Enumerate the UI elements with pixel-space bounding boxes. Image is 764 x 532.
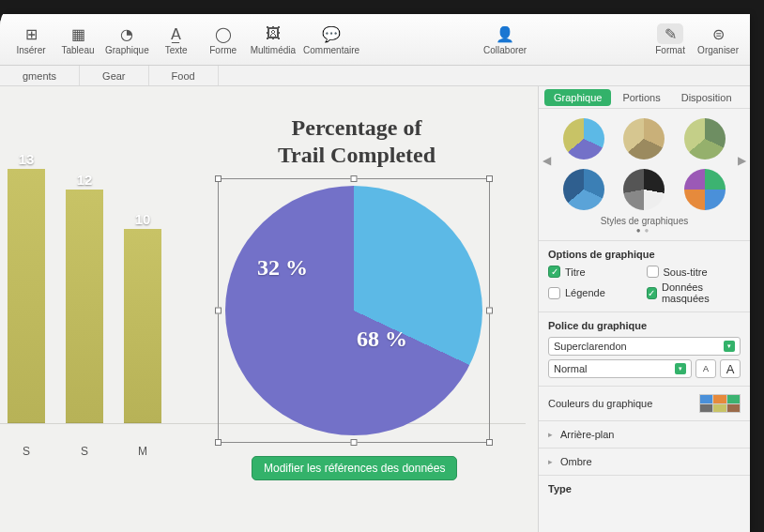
font-smaller-button[interactable]: A [695, 359, 716, 378]
comment-label: Commentaire [303, 45, 359, 55]
resize-handle-bm[interactable] [351, 439, 358, 446]
chart-colors-section: Couleurs du graphique [539, 386, 750, 420]
media-label: Multimédia [251, 45, 296, 55]
collaborate-button[interactable]: 👤 Collaborer [481, 20, 528, 59]
dropdown-icon: ▾ [675, 363, 686, 374]
checkbox-legend[interactable]: Légende [548, 281, 643, 304]
bar-chart[interactable]: 13 12 10 S S M [0, 143, 169, 462]
chart-style-2[interactable] [623, 118, 665, 160]
format-icon: ✎ [657, 23, 683, 44]
text-label: Texte [165, 45, 188, 55]
checkbox-title-label: Titre [565, 266, 586, 278]
tab-gments[interactable]: gments [0, 66, 80, 85]
font-style-select[interactable]: Normal ▾ [548, 359, 692, 378]
resize-handle-bl[interactable] [215, 439, 222, 446]
chart-options-section: Options de graphique ✓Titre Sous-titre L… [539, 240, 750, 312]
bar-1-value: 12 [77, 172, 93, 188]
checkbox-title[interactable]: ✓Titre [548, 266, 643, 278]
chart-style-4[interactable] [563, 169, 604, 210]
chart-style-5[interactable] [623, 169, 665, 210]
organize-icon: ⊜ [705, 23, 731, 44]
chart-icon: ◔ [114, 23, 140, 44]
tab-food[interactable]: Food [149, 66, 219, 85]
checkbox-subtitle[interactable]: Sous-titre [647, 266, 741, 278]
checkbox-hidden-label: Données masquées [662, 281, 741, 304]
styles-prev-button[interactable]: ◀ [542, 154, 551, 167]
chart-style-1[interactable] [563, 118, 604, 160]
table-label: Tableau [61, 45, 94, 55]
bar-cat-1: S [66, 445, 103, 458]
main-split: 13 12 10 S S M Percentage of [0, 86, 750, 532]
styles-pager[interactable]: ●● [546, 226, 742, 235]
media-button[interactable]: 🖼 Multimédia [249, 20, 298, 59]
bar-cat-0: S [8, 445, 45, 458]
toolbar: ⊞ Insérer ▦ Tableau ◔ Graphique A̲ Texte… [0, 14, 750, 66]
plus-icon: ⊞ [18, 23, 44, 44]
shadow-section[interactable]: ▸ Ombre [539, 448, 750, 475]
font-style-value: Normal [554, 363, 587, 374]
pie-chart-title[interactable]: Percentage of Trail Completed [216, 114, 497, 169]
inspector-tab-arrange[interactable]: Disposition [672, 89, 741, 106]
collaborate-label: Collaborer [483, 45, 527, 55]
chart-colors-header: Couleurs du graphique [548, 398, 652, 409]
chart-style-6[interactable] [684, 169, 726, 210]
background-section[interactable]: ▸ Arrière-plan [539, 420, 750, 448]
canvas[interactable]: 13 12 10 S S M Percentage of [0, 86, 538, 532]
bar-2[interactable]: 10 [124, 229, 161, 424]
chevron-right-icon: ▸ [548, 457, 553, 466]
font-family-select[interactable]: Superclarendon ▾ [548, 337, 741, 356]
chart-button[interactable]: ◔ Graphique [103, 20, 151, 59]
chart-styles-section: ◀ ▶ Styles de graphiques ●● [539, 109, 750, 240]
resize-handle-br[interactable] [486, 439, 493, 446]
shape-label: Forme [209, 45, 237, 55]
organize-label: Organiser [697, 45, 739, 55]
table-button[interactable]: ▦ Tableau [56, 20, 99, 59]
shape-icon: ◯ [210, 23, 237, 44]
resize-handle-tm[interactable] [351, 175, 358, 182]
inspector-tab-chart[interactable]: Graphique [544, 89, 611, 106]
inspector-tabs: Graphique Portions Disposition [539, 86, 750, 109]
resize-handle-tr[interactable] [486, 175, 493, 182]
selection-frame[interactable] [218, 178, 490, 443]
color-swatches-button[interactable] [699, 394, 741, 413]
resize-handle-tl[interactable] [215, 175, 222, 182]
chart-options-header: Options de graphique [548, 249, 741, 260]
format-label: Format [655, 45, 685, 55]
collaborate-icon: 👤 [492, 23, 518, 44]
organize-button[interactable]: ⊜ Organiser [695, 20, 741, 59]
text-button[interactable]: A̲ Texte [155, 20, 198, 59]
type-label: Type [548, 483, 741, 494]
chart-label: Graphique [105, 45, 149, 55]
insert-button[interactable]: ⊞ Insérer [9, 20, 53, 59]
font-bigger-button[interactable]: A [720, 359, 741, 378]
app-window: ⊞ Insérer ▦ Tableau ◔ Graphique A̲ Texte… [0, 14, 750, 532]
media-icon: 🖼 [260, 23, 286, 44]
chart-font-section: Police du graphique Superclarendon ▾ Nor… [539, 312, 750, 386]
sheet-tabs: gments Gear Food [0, 66, 750, 86]
resize-handle-ml[interactable] [215, 308, 222, 314]
bar-cat-2: M [124, 445, 161, 458]
background-label: Arrière-plan [560, 429, 614, 440]
format-inspector: Graphique Portions Disposition ◀ ▶ Style… [538, 86, 750, 532]
font-family-value: Superclarendon [554, 341, 627, 352]
bar-2-value: 10 [135, 211, 151, 227]
format-button[interactable]: ✎ Format [649, 20, 692, 59]
chevron-right-icon: ▸ [548, 430, 553, 439]
styles-next-button[interactable]: ▶ [738, 154, 746, 167]
tab-gear[interactable]: Gear [80, 66, 148, 85]
shape-button[interactable]: ◯ Forme [202, 20, 245, 59]
type-section[interactable]: Type [539, 475, 750, 508]
resize-handle-mr[interactable] [486, 308, 493, 314]
pie-title-line1: Percentage of [292, 115, 422, 140]
checkbox-hidden-data[interactable]: ✓Données masquées [647, 281, 741, 304]
shadow-label: Ombre [560, 456, 592, 467]
checkbox-legend-label: Légende [565, 287, 605, 298]
comment-icon: 💬 [318, 23, 344, 44]
bar-0[interactable]: 13 [8, 169, 45, 424]
chart-style-3[interactable] [684, 118, 726, 160]
edit-data-references-button[interactable]: Modifier les références des données [252, 456, 457, 480]
comment-button[interactable]: 💬 Commentaire [301, 20, 361, 59]
inspector-tab-wedges[interactable]: Portions [613, 89, 669, 106]
bar-1[interactable]: 12 [66, 190, 103, 424]
text-icon: A̲ [163, 23, 190, 44]
